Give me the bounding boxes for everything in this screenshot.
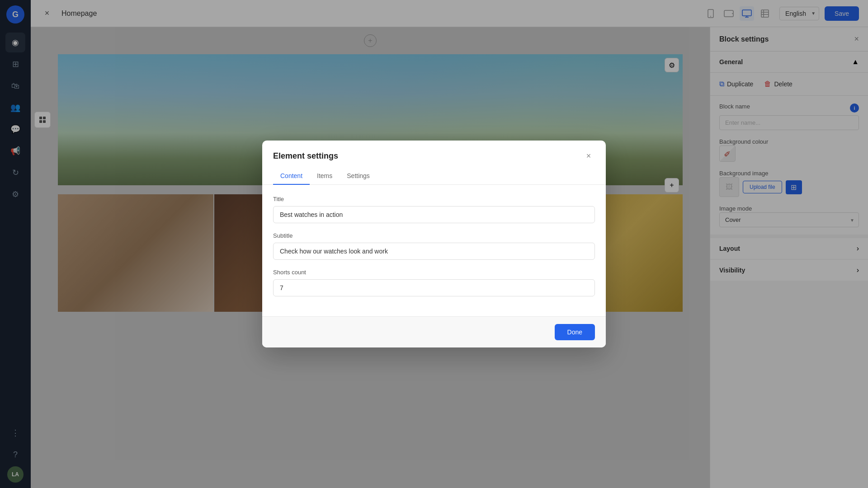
title-form-group: Title [273, 196, 595, 223]
modal-close-button[interactable]: × [582, 150, 595, 162]
modal-overlay: Element settings × Content Items Setting… [0, 0, 868, 488]
element-settings-modal: Element settings × Content Items Setting… [262, 141, 606, 347]
modal-footer: Done [262, 316, 606, 347]
shorts-count-input[interactable] [273, 279, 595, 296]
subtitle-input[interactable] [273, 243, 595, 260]
shorts-count-label: Shorts count [273, 269, 595, 276]
modal-header: Element settings × [262, 141, 606, 162]
subtitle-label: Subtitle [273, 232, 595, 239]
tab-settings[interactable]: Settings [340, 168, 377, 185]
modal-tabs: Content Items Settings [262, 168, 606, 185]
modal-body: Title Subtitle Shorts count [262, 185, 606, 316]
tab-content[interactable]: Content [273, 168, 310, 185]
title-label: Title [273, 196, 595, 202]
title-input[interactable] [273, 206, 595, 223]
subtitle-form-group: Subtitle [273, 232, 595, 260]
done-button[interactable]: Done [555, 324, 595, 340]
tab-items[interactable]: Items [310, 168, 340, 185]
shorts-count-form-group: Shorts count [273, 269, 595, 296]
modal-title: Element settings [273, 151, 338, 161]
